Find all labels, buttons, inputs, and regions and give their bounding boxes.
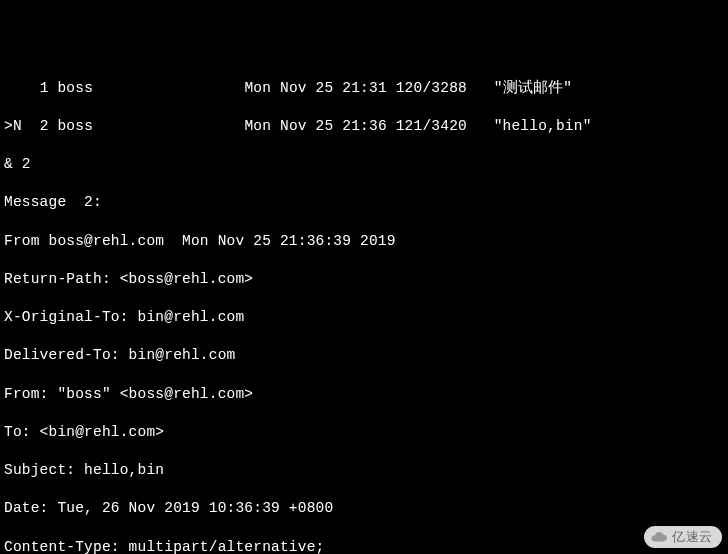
header-subject: Subject: hello,bin [4,461,728,480]
header-x-original-to: X-Original-To: bin@rehl.com [4,308,728,327]
mail-list-row-2: >N 2 boss Mon Nov 25 21:36 121/3420 "hel… [4,117,728,136]
header-delivered-to: Delivered-To: bin@rehl.com [4,346,728,365]
mail-prompt[interactable]: & 2 [4,155,728,174]
header-from-envelope: From boss@rehl.com Mon Nov 25 21:36:39 2… [4,232,728,251]
cloud-icon [650,528,668,546]
header-to: To: <bin@rehl.com> [4,423,728,442]
watermark-text: 亿速云 [672,528,712,545]
watermark-badge: 亿速云 [644,526,722,548]
message-header-label: Message 2: [4,193,728,212]
mail-list-row-1: 1 boss Mon Nov 25 21:31 120/3288 "测试邮件" [4,79,728,98]
header-return-path: Return-Path: <boss@rehl.com> [4,270,728,289]
header-content-type: Content-Type: multipart/alternative; [4,538,728,555]
header-from: From: "boss" <boss@rehl.com> [4,385,728,404]
header-date: Date: Tue, 26 Nov 2019 10:36:39 +0800 [4,499,728,518]
